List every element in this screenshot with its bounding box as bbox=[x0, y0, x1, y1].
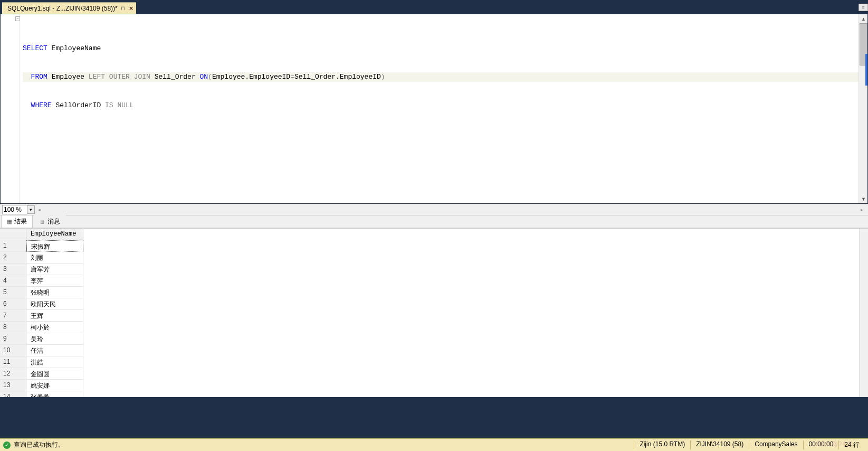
row-number[interactable]: 8 bbox=[0, 322, 26, 333]
row-number[interactable]: 13 bbox=[0, 380, 26, 391]
grid-cell[interactable]: 欧阳天民 bbox=[26, 298, 83, 310]
tab-bar: SQLQuery1.sql - Z...ZIJIN\34109 (58))* ⊓… bbox=[0, 2, 868, 14]
status-database: CompanySales bbox=[749, 440, 803, 449]
split-handle-icon[interactable]: ≡ bbox=[859, 4, 868, 11]
row-number[interactable]: 6 bbox=[0, 298, 26, 310]
tab-results-label: 结果 bbox=[14, 217, 27, 226]
hscroll-right-icon[interactable]: ▸ bbox=[857, 205, 866, 214]
grid-cell[interactable]: 吴玲 bbox=[26, 333, 83, 345]
status-user: ZIJIN\34109 (58) bbox=[690, 440, 749, 449]
close-icon[interactable]: × bbox=[129, 4, 133, 12]
grid-cell[interactable]: 任洁 bbox=[26, 345, 83, 356]
success-icon: ✓ bbox=[3, 441, 11, 449]
grid-cell[interactable]: 刘丽 bbox=[26, 252, 83, 264]
status-message: 查询已成功执行。 bbox=[14, 440, 64, 449]
row-number[interactable]: 11 bbox=[0, 356, 26, 368]
sql-editor[interactable]: − SELECT EmployeeName FROM Employee LEFT… bbox=[0, 14, 868, 204]
zoom-bar: 100 % ▾ ◂ ▸ bbox=[0, 204, 868, 215]
result-tabs: ▦ 结果 🗎 消息 bbox=[0, 215, 868, 228]
row-number[interactable]: 4 bbox=[0, 275, 26, 287]
row-number[interactable]: 2 bbox=[0, 252, 26, 264]
grid-cell[interactable]: 王辉 bbox=[26, 310, 83, 322]
row-number[interactable]: 10 bbox=[0, 345, 26, 356]
row-number[interactable]: 12 bbox=[0, 368, 26, 380]
row-number[interactable]: 7 bbox=[0, 310, 26, 322]
scroll-up-icon[interactable]: ▲ bbox=[859, 14, 868, 23]
status-server: Zijin (15.0 RTM) bbox=[634, 440, 690, 449]
zoom-caret-icon[interactable]: ▾ bbox=[27, 205, 35, 214]
row-number[interactable]: 5 bbox=[0, 287, 26, 298]
grid-cell[interactable]: 金圆圆 bbox=[26, 368, 83, 380]
editor-body[interactable]: SELECT EmployeeName FROM Employee LEFT O… bbox=[20, 14, 867, 203]
scroll-position-marker bbox=[865, 54, 867, 86]
tab-results[interactable]: ▦ 结果 bbox=[1, 215, 33, 228]
tab-title: SQLQuery1.sql - Z...ZIJIN\34109 (58))* bbox=[7, 5, 118, 12]
grid-cell[interactable]: 唐军芳 bbox=[26, 264, 83, 275]
message-icon: 🗎 bbox=[40, 219, 45, 225]
status-bar: ✓ 查询已成功执行。 Zijin (15.0 RTM) ZIJIN\34109 … bbox=[0, 438, 868, 451]
grid-cell[interactable]: 张晓明 bbox=[26, 287, 83, 298]
row-headers: 1 2 3 4 5 6 7 8 9 10 11 12 13 14 bbox=[0, 229, 26, 397]
pin-icon[interactable]: ⊓ bbox=[121, 5, 125, 11]
tab-messages[interactable]: 🗎 消息 bbox=[34, 215, 66, 228]
row-number[interactable]: 14 bbox=[0, 391, 26, 397]
row-number[interactable]: 3 bbox=[0, 264, 26, 275]
zoom-level[interactable]: 100 % bbox=[2, 205, 27, 214]
scroll-down-icon[interactable]: ▼ bbox=[859, 194, 868, 203]
grid-cell[interactable]: 姚安娜 bbox=[26, 380, 83, 391]
hscroll-left-icon[interactable]: ◂ bbox=[38, 207, 41, 212]
editor-gutter: − bbox=[1, 14, 20, 203]
grid-icon: ▦ bbox=[7, 218, 12, 225]
column-header[interactable]: EmployeeName bbox=[26, 229, 83, 240]
grid-cell[interactable]: 李萍 bbox=[26, 275, 83, 287]
tab-messages-label: 消息 bbox=[47, 217, 60, 226]
grid-cell[interactable]: 张希希 bbox=[26, 391, 83, 397]
editor-hscroll[interactable]: ▸ bbox=[44, 205, 866, 214]
editor-vscroll[interactable]: ≡ ▲ ▼ bbox=[859, 14, 867, 203]
grid-cell[interactable]: 宋振辉 bbox=[26, 240, 83, 252]
grid-cell[interactable]: 洪皓 bbox=[26, 356, 83, 368]
grid-cell[interactable]: 柯小於 bbox=[26, 322, 83, 333]
results-vscroll[interactable] bbox=[859, 229, 868, 397]
status-rows: 24 行 bbox=[838, 440, 865, 449]
grid-corner[interactable] bbox=[0, 229, 26, 240]
status-time: 00:00:00 bbox=[803, 440, 839, 449]
results-grid: 1 2 3 4 5 6 7 8 9 10 11 12 13 14 Employe… bbox=[0, 228, 868, 397]
row-number[interactable]: 1 bbox=[0, 240, 26, 252]
column-body: EmployeeName 宋振辉 刘丽 唐军芳 李萍 张晓明 欧阳天民 王辉 柯… bbox=[26, 229, 83, 397]
keyword: SELECT bbox=[23, 44, 47, 52]
row-number[interactable]: 9 bbox=[0, 333, 26, 345]
file-tab[interactable]: SQLQuery1.sql - Z...ZIJIN\34109 (58))* ⊓… bbox=[2, 2, 136, 14]
